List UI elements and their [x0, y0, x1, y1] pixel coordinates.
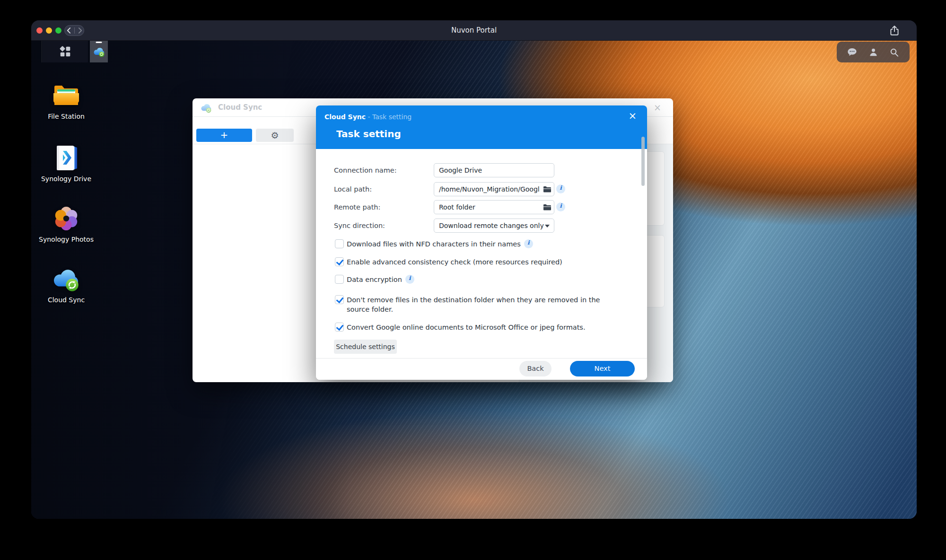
sync-direction-value: Download remote changes only — [439, 222, 544, 229]
checkbox-2[interactable] — [335, 275, 344, 284]
app-window-title: Cloud Sync — [218, 98, 262, 117]
checkbox-row[interactable]: Convert Google online documents to Micro… — [335, 323, 586, 332]
desktop-icon-label: File Station — [38, 113, 95, 120]
taskbar-divider — [42, 41, 42, 62]
breadcrumb-separator: - — [368, 113, 370, 121]
breadcrumb-app: Cloud Sync — [324, 113, 366, 121]
checkbox-label: Download files with NFD characters in th… — [347, 240, 521, 249]
dialog-scrollbar[interactable] — [641, 137, 645, 186]
checkbox-row[interactable]: Data encryption i — [335, 275, 414, 285]
checkbox-label: Don't remove files in the destination fo… — [347, 296, 610, 314]
folder-browse-icon[interactable] — [543, 203, 551, 211]
dialog-title: Task setting — [336, 128, 401, 140]
chat-icon[interactable] — [847, 47, 858, 58]
status-tray — [837, 42, 910, 62]
desktop-icon-synology-drive[interactable]: Synology Drive — [38, 143, 95, 183]
task-setting-dialog: Cloud Sync - Task setting Task setting ×… — [316, 105, 647, 380]
desktop-icon-file-station[interactable]: File Station — [38, 80, 95, 120]
checkbox-row[interactable]: Download files with NFD characters in th… — [335, 239, 533, 249]
local-path-label: Local path: — [334, 185, 372, 193]
dialog-header: Cloud Sync - Task setting Task setting × — [316, 105, 647, 149]
synology-drive-icon — [51, 143, 81, 173]
remote-path-label: Remote path: — [334, 203, 380, 211]
cloud-sync-icon — [200, 102, 212, 114]
back-button[interactable]: Back — [519, 361, 552, 376]
checkbox-label: Data encryption — [347, 275, 402, 285]
settings-button[interactable]: ⚙ — [256, 129, 294, 142]
info-icon[interactable]: i — [556, 202, 565, 211]
app-close-icon[interactable]: × — [654, 103, 661, 112]
cloud-sync-icon — [93, 45, 105, 58]
main-window: Nuvon Portal — [31, 20, 917, 519]
info-icon[interactable]: i — [405, 275, 414, 284]
desktop-icon-synology-photos[interactable]: Synology Photos — [38, 203, 95, 243]
share-icon[interactable] — [888, 25, 901, 37]
folder-browse-icon[interactable] — [543, 185, 551, 193]
checkbox-label: Enable advanced consistency check (more … — [347, 258, 562, 267]
breadcrumb-page: Task setting — [372, 113, 412, 121]
remote-path-input[interactable] — [434, 200, 554, 214]
sync-direction-select[interactable]: Download remote changes only — [434, 219, 554, 233]
schedule-settings-button[interactable]: Schedule settings — [334, 340, 397, 354]
connection-name-input[interactable] — [434, 163, 554, 177]
window-title: Nuvon Portal — [31, 20, 917, 41]
taskbar-cloud-sync-button[interactable] — [90, 41, 108, 62]
cloud-sync-icon — [51, 264, 81, 294]
desktop-icon-cloud-sync[interactable]: Cloud Sync — [38, 264, 95, 304]
local-path-input[interactable] — [434, 182, 554, 196]
checkbox-4[interactable] — [335, 323, 344, 332]
desktop: File Station Synology Drive — [31, 41, 917, 519]
desktop-icon-label: Synology Drive — [38, 175, 95, 183]
checkbox-row[interactable]: Don't remove files in the destination fo… — [335, 295, 610, 314]
close-icon[interactable]: × — [628, 111, 637, 121]
checkbox-0[interactable] — [335, 239, 344, 248]
active-app-indicator — [96, 42, 102, 43]
add-task-button[interactable]: + — [196, 129, 252, 142]
search-icon[interactable] — [889, 47, 900, 58]
next-button[interactable]: Next — [570, 361, 635, 376]
checkbox-row[interactable]: Enable advanced consistency check (more … — [335, 257, 562, 267]
connection-name-label: Connection name: — [334, 166, 397, 175]
checkbox-label: Convert Google online documents to Micro… — [347, 323, 586, 332]
main-menu-button[interactable] — [43, 41, 88, 62]
gear-icon: ⚙ — [271, 130, 279, 140]
synology-photos-icon — [51, 203, 81, 234]
checkbox-3[interactable] — [335, 295, 344, 304]
info-icon[interactable]: i — [556, 184, 565, 193]
dialog-footer: Back Next — [316, 358, 647, 380]
user-icon[interactable] — [868, 47, 879, 58]
desktop-icon-label: Cloud Sync — [38, 296, 95, 304]
file-station-icon — [51, 80, 81, 111]
desktop-icon-label: Synology Photos — [38, 236, 95, 243]
breadcrumb: Cloud Sync - Task setting — [324, 113, 412, 121]
info-icon[interactable]: i — [524, 239, 533, 248]
chevron-down-icon — [545, 225, 550, 228]
titlebar: Nuvon Portal — [31, 20, 917, 41]
sync-direction-label: Sync direction: — [334, 221, 385, 230]
checkbox-1[interactable] — [335, 257, 344, 266]
apps-grid-icon — [59, 45, 71, 58]
